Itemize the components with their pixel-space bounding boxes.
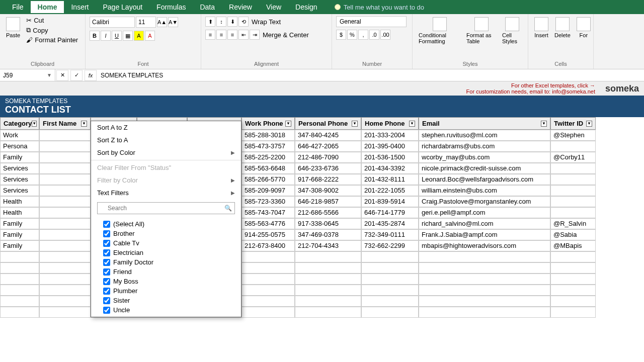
cell[interactable] xyxy=(242,274,295,285)
cell[interactable]: 646-427-2065 xyxy=(295,141,361,152)
cell[interactable] xyxy=(361,262,419,274)
bold-button[interactable]: B xyxy=(90,31,100,41)
filter-icon[interactable]: ▼ xyxy=(586,121,592,127)
cell[interactable]: @MBapis xyxy=(550,240,596,251)
sort-color-item[interactable]: Sort by Color▶ xyxy=(91,146,241,159)
copy-button[interactable]: ⧉Copy xyxy=(24,26,80,35)
cell[interactable] xyxy=(39,262,91,274)
cell[interactable] xyxy=(242,251,295,262)
checkbox[interactable] xyxy=(103,297,110,304)
wrap-text-button[interactable]: Wrap Text xyxy=(250,18,283,26)
increase-font-button[interactable]: A▲ xyxy=(157,17,167,27)
cell[interactable]: 212-673-8400 xyxy=(242,240,295,251)
cell[interactable] xyxy=(39,130,91,141)
cell[interactable]: nicole.primack@credit-suisse.com xyxy=(419,163,550,174)
cell[interactable] xyxy=(295,251,361,262)
cell[interactable] xyxy=(550,285,596,296)
cell[interactable]: 212-704-4343 xyxy=(295,240,361,251)
orientation-button[interactable]: ⟲ xyxy=(238,17,249,27)
other-templates-link[interactable]: For other Excel templates, click → xyxy=(511,82,595,88)
cell[interactable]: wcorby_may@ubs.com xyxy=(419,152,550,163)
cell[interactable]: richardabrams@ubs.com xyxy=(419,141,550,152)
percent-button[interactable]: % xyxy=(347,30,357,40)
cell[interactable]: 646-233-6736 xyxy=(295,163,361,174)
cell[interactable] xyxy=(39,174,91,185)
border-button[interactable]: ▦ xyxy=(123,31,133,41)
number-format-select[interactable]: General xyxy=(336,16,407,27)
cell[interactable] xyxy=(39,240,91,251)
align-top-button[interactable]: ⬆ xyxy=(205,17,215,27)
cell[interactable] xyxy=(0,251,39,262)
cell[interactable]: 646-218-9857 xyxy=(295,196,361,207)
checkbox[interactable] xyxy=(103,278,110,285)
cell[interactable] xyxy=(419,251,550,262)
cell[interactable] xyxy=(39,307,91,318)
cell[interactable] xyxy=(361,307,419,318)
cell[interactable]: Health xyxy=(0,196,39,207)
cell[interactable] xyxy=(242,285,295,296)
tab-insert[interactable]: Insert xyxy=(64,1,96,13)
cell[interactable] xyxy=(550,251,596,262)
cell[interactable]: stephen.ruvituso@ml.com xyxy=(419,130,550,141)
tab-design[interactable]: Design xyxy=(288,1,325,13)
cell[interactable] xyxy=(361,274,419,285)
cell[interactable] xyxy=(242,307,295,318)
align-right-button[interactable]: ≡ xyxy=(227,30,237,40)
cell[interactable]: 347-840-4245 xyxy=(295,130,361,141)
fill-color-button[interactable]: A xyxy=(134,31,144,41)
cell[interactable]: 212-486-7090 xyxy=(295,152,361,163)
cell[interactable]: Health xyxy=(0,207,39,218)
tab-file[interactable]: File xyxy=(5,1,31,13)
cell-styles-button[interactable]: Cell Styles xyxy=(500,16,524,45)
cell[interactable] xyxy=(361,296,419,307)
tell-me-box[interactable]: Tell me what you want to do xyxy=(335,4,424,11)
column-header-email[interactable]: Email▼ xyxy=(419,117,550,130)
tab-home[interactable]: Home xyxy=(31,1,64,13)
column-header-work-phone[interactable]: Work Phone▼ xyxy=(242,117,295,130)
increase-indent-button[interactable]: ⇥ xyxy=(250,30,260,40)
cell[interactable]: Services xyxy=(0,174,39,185)
tab-page-layout[interactable]: Page Layout xyxy=(96,1,149,13)
cell[interactable]: Family xyxy=(0,240,39,251)
cell[interactable]: 917-668-2222 xyxy=(295,174,361,185)
cell[interactable]: 201-222-1055 xyxy=(361,185,419,196)
cell[interactable] xyxy=(39,296,91,307)
checkbox[interactable] xyxy=(103,240,110,247)
italic-button[interactable]: I xyxy=(101,31,111,41)
column-header-home-phone[interactable]: Home Phone▼ xyxy=(361,117,419,130)
tab-formulas[interactable]: Formulas xyxy=(149,1,193,13)
cell[interactable] xyxy=(0,285,39,296)
fx-button[interactable]: fx xyxy=(85,70,97,81)
cell[interactable] xyxy=(39,141,91,152)
cell[interactable]: @Sabia xyxy=(550,229,596,240)
align-left-button[interactable]: ≡ xyxy=(205,30,215,40)
cell[interactable]: 347-469-0378 xyxy=(295,229,361,240)
cell[interactable]: richard_salvino@ml.com xyxy=(419,218,550,229)
checkbox[interactable] xyxy=(103,259,110,266)
checkbox[interactable] xyxy=(103,249,110,256)
cell[interactable]: 585-225-2200 xyxy=(242,152,295,163)
cell[interactable] xyxy=(242,262,295,274)
cell[interactable] xyxy=(39,218,91,229)
filter-option[interactable]: Cable Tv xyxy=(103,238,235,248)
cell[interactable] xyxy=(295,307,361,318)
checkbox[interactable] xyxy=(103,307,110,314)
cell[interactable] xyxy=(550,296,596,307)
column-header-first-name[interactable]: First Name▼ xyxy=(39,117,91,130)
cell[interactable] xyxy=(295,262,361,274)
text-filters-item[interactable]: Text Filters▶ xyxy=(91,187,241,199)
cell[interactable]: Frank.J.Sabia@ampf.com xyxy=(419,229,550,240)
checkbox[interactable] xyxy=(103,221,110,228)
cell[interactable] xyxy=(550,196,596,207)
font-name-select[interactable] xyxy=(90,17,135,28)
conditional-formatting-button[interactable]: Conditional Formatting xyxy=(417,16,462,45)
format-cells-button[interactable]: For xyxy=(575,16,593,39)
cell[interactable] xyxy=(419,274,550,285)
filter-option[interactable]: Family Doctor xyxy=(103,257,235,267)
column-header-twitter-id[interactable]: Twitter ID▼ xyxy=(550,117,596,130)
cell[interactable]: 212-686-5566 xyxy=(295,207,361,218)
cell[interactable] xyxy=(39,207,91,218)
cell[interactable] xyxy=(550,307,596,318)
cut-button[interactable]: ✂Cut xyxy=(24,16,80,25)
cell[interactable] xyxy=(39,274,91,285)
